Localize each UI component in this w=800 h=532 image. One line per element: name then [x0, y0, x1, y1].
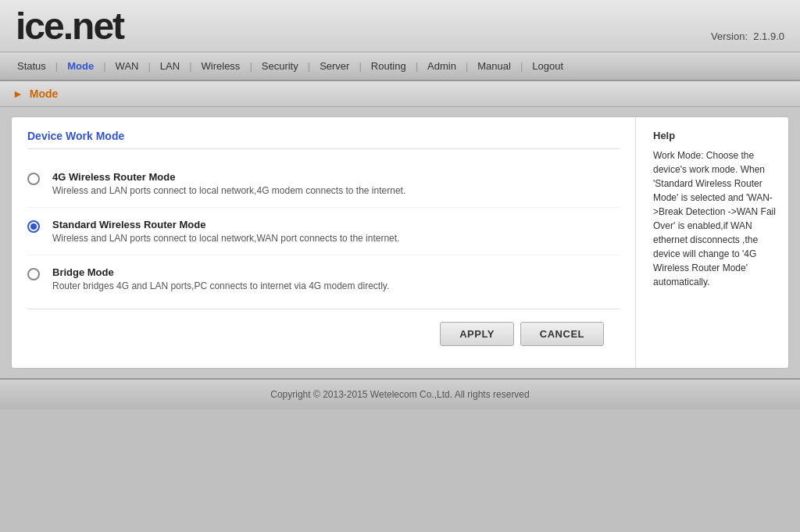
radio-bridge[interactable] [27, 266, 40, 280]
nav-item-server[interactable]: Server [310, 52, 359, 80]
mode-desc-bridge: Router bridges 4G and LAN ports,PC conne… [52, 280, 389, 291]
nav-item-logout[interactable]: Logout [523, 52, 573, 80]
button-row: APPLY CANCEL [27, 309, 620, 355]
help-text: Work Mode: Choose the device's work mode… [653, 148, 779, 289]
nav-item-routing[interactable]: Routing [362, 52, 416, 80]
nav-item-security[interactable]: Security [252, 52, 308, 80]
version-info: Version: 2.1.9.0 [711, 30, 784, 45]
mode-desc-standard: Wireless and LAN ports connect to local … [52, 233, 399, 244]
nav-item-wan[interactable]: WAN [106, 52, 148, 80]
mode-desc-4g: Wireless and LAN ports connect to local … [52, 185, 405, 196]
radio-btn-standard[interactable] [27, 220, 40, 233]
section-title: Device Work Mode [27, 130, 620, 149]
mode-option-4g[interactable]: 4G Wireless Router Mode Wireless and LAN… [27, 160, 620, 208]
help-panel: Help Work Mode: Choose the device's work… [644, 117, 788, 368]
nav-item-lan[interactable]: LAN [151, 52, 189, 80]
breadcrumb-arrow: ► [12, 87, 23, 100]
radio-4g[interactable] [27, 171, 40, 185]
cancel-button[interactable]: CANCEL [520, 322, 604, 346]
main-content: Device Work Mode 4G Wireless Router Mode… [0, 107, 800, 378]
footer-text: Copyright © 2013-2015 Wetelecom Co.,Ltd.… [270, 389, 529, 400]
mode-text-standard: Standard Wireless Router Mode Wireless a… [52, 219, 399, 244]
mode-name-standard: Standard Wireless Router Mode [52, 219, 399, 230]
nav-item-admin[interactable]: Admin [418, 52, 466, 80]
header: ice.net Version: 2.1.9.0 [0, 0, 800, 52]
nav-item-manual[interactable]: Manual [468, 52, 520, 80]
radio-btn-bridge[interactable] [27, 268, 40, 280]
radio-standard[interactable] [27, 219, 40, 233]
mode-options: 4G Wireless Router Mode Wireless and LAN… [27, 160, 620, 302]
content-wrapper: Device Work Mode 4G Wireless Router Mode… [11, 116, 789, 369]
apply-button[interactable]: APPLY [440, 322, 514, 346]
help-title: Help [653, 128, 779, 144]
breadcrumb-label: Mode [30, 87, 59, 100]
version-value: 2.1.9.0 [753, 30, 784, 42]
mode-text-4g: 4G Wireless Router Mode Wireless and LAN… [52, 171, 405, 196]
mode-option-standard[interactable]: Standard Wireless Router Mode Wireless a… [27, 208, 620, 255]
version-label: Version: [711, 30, 748, 42]
radio-btn-4g[interactable] [27, 173, 40, 185]
nav-item-status[interactable]: Status [8, 52, 55, 80]
form-panel: Device Work Mode 4G Wireless Router Mode… [12, 117, 636, 368]
navbar: Status | Mode | WAN | LAN | Wireless | S… [0, 52, 800, 81]
breadcrumb-bar: ► Mode [0, 81, 800, 107]
nav-item-wireless[interactable]: Wireless [192, 52, 250, 80]
nav-item-mode[interactable]: Mode [58, 52, 103, 80]
mode-option-bridge[interactable]: Bridge Mode Router bridges 4G and LAN po… [27, 255, 620, 302]
mode-name-bridge: Bridge Mode [52, 266, 389, 278]
mode-name-4g: 4G Wireless Router Mode [52, 171, 405, 183]
footer: Copyright © 2013-2015 Wetelecom Co.,Ltd.… [0, 378, 800, 409]
logo: ice.net [16, 8, 123, 45]
mode-text-bridge: Bridge Mode Router bridges 4G and LAN po… [52, 266, 389, 291]
